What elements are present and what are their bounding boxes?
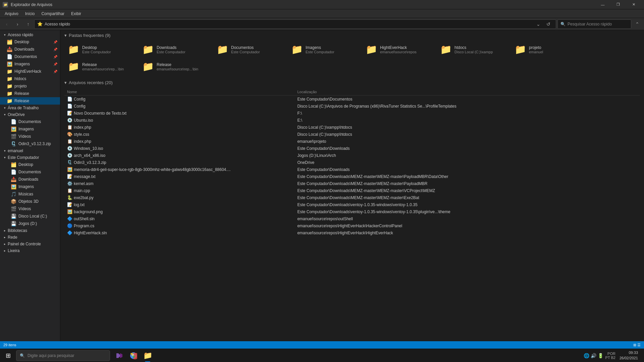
tray-volume-icon[interactable]: 🔊	[591, 353, 596, 358]
sidebar-header-emanuel[interactable]: ▾ emanuel	[0, 147, 60, 154]
sidebar-item-ec-imagens[interactable]: 🖼️ Imagens	[0, 183, 60, 190]
table-row[interactable]: 🖼️memoria-ddr4-geil-super-luce-rgb-8gb-3…	[64, 166, 640, 173]
sidebar-item-ec-videos[interactable]: 🎬 Vídeos	[0, 205, 60, 213]
table-row[interactable]: 💿arch_x64_x86.isoJogos (D:)\Linux\Arch	[64, 152, 640, 159]
address-bar[interactable]: ⭐ Acesso rápido ⌄ ↺	[34, 19, 556, 29]
folder-path: emanuel\source\rep...\bin	[157, 67, 209, 71]
menu-exibir[interactable]: Exibir	[68, 10, 85, 17]
table-row[interactable]: 🔷HightEverHack.slnemanuel\source\repos\H…	[64, 229, 640, 236]
table-row[interactable]: ⚙️kernel.asmEste Computador\Downloads\ME…	[64, 180, 640, 187]
table-row[interactable]: 🖼️background.pngEste Computador\Download…	[64, 208, 640, 215]
folder-icon: 📁	[515, 44, 526, 55]
folder-tile-release2[interactable]: 📁 Release emanuel\source\rep...\bin	[139, 58, 213, 75]
search-icon: 🔍	[20, 353, 25, 358]
taskbar-app-chrome[interactable]	[127, 349, 140, 362]
menu-inicio[interactable]: Início	[22, 10, 38, 17]
table-row[interactable]: 🗜️Odin3_v3.12.3.zipOneDrive	[64, 159, 640, 166]
sidebar-item-release1[interactable]: 📁 Release	[0, 90, 60, 97]
table-row[interactable]: 📋index.phpDisco Local (C:)\xampp\htdocs	[64, 124, 640, 131]
sidebar-header-area-trabalho[interactable]: ▾ Área de Trabalho	[0, 105, 60, 111]
forward-button[interactable]: ›	[13, 19, 22, 29]
table-row[interactable]: 📋main.cppEste Computador\Downloads\MEMZ-…	[64, 187, 640, 194]
table-row[interactable]: 🎨style.cssDisco Local (C:)\xampp\htdocs	[64, 131, 640, 138]
table-row[interactable]: 💿Windows_10.isoEste Computador\Downloads	[64, 145, 640, 152]
sidebar-header-acesso-rapido[interactable]: ▾ Acesso rápido	[0, 32, 60, 38]
sidebar-item-ec-disco-c[interactable]: 💾 Disco Local (C:)	[0, 213, 60, 220]
folder-tile-imagens[interactable]: 📁 Imagens Este Computador	[288, 41, 362, 58]
taskbar-app-explorer[interactable]: 📁	[141, 349, 154, 362]
sidebar-header-bibliotecas[interactable]: ▸ Bibliotecas	[0, 227, 60, 234]
table-row[interactable]: 📝Novo Documento de Texto.txtF:\	[64, 110, 640, 117]
sidebar-item-od-documentos[interactable]: 📄 Documentos	[0, 118, 60, 125]
file-path-cell: Jogos (D:)\Linux\Arch	[294, 152, 640, 159]
sidebar-item-release2[interactable]: 📁 Release	[0, 97, 60, 105]
sidebar-item-projeto[interactable]: 📁 projeto	[0, 82, 60, 90]
desktop-icon: 🗂️	[11, 162, 16, 167]
table-row[interactable]: 📄ConfigEste Computador\Documentos	[64, 96, 640, 103]
table-row[interactable]: 📝message.txtEste Computador\Downloads\ME…	[64, 173, 640, 180]
folder-tile-highteverhack[interactable]: 📁 HightEverHack emanuel\source\repos	[362, 41, 436, 58]
folder-tile-desktop[interactable]: 📁 Desktop Este Computador	[64, 41, 138, 58]
folder-tile-documentos[interactable]: 📁 Documentos Este Computador	[213, 41, 287, 58]
sidebar-item-desktop[interactable]: 🗂️ Desktop 📌	[0, 38, 60, 46]
start-button[interactable]: ⊞	[1, 349, 15, 362]
folder-path: emanuel	[529, 50, 582, 54]
back-button[interactable]: ‹	[2, 19, 11, 29]
sidebar-item-od-imagens[interactable]: 🖼️ Imagens	[0, 125, 60, 133]
table-row[interactable]: 🔷outShell.slnemanuel\source\repos\outShe…	[64, 215, 640, 222]
table-row[interactable]: 🔵Program.csemanuel\source\repos\HightEve…	[64, 222, 640, 229]
file-name-cell: ⚙️kernel.asm	[64, 180, 294, 187]
sidebar-header-painel-controle[interactable]: ▸ Painel de Controle	[0, 241, 60, 247]
sidebar-item-htdocs[interactable]: 📁 htdocs	[0, 75, 60, 82]
sidebar-item-highteverhack[interactable]: 📁 HightEverHack 📌	[0, 68, 60, 75]
table-row[interactable]: 💿Ubuntu.isoE:\	[64, 117, 640, 124]
sidebar-item-ec-musicas[interactable]: 🎵 Músicas	[0, 190, 60, 198]
table-row[interactable]: 📋index.phpemanuel\projeto	[64, 138, 640, 145]
sidebar-header-lixeira[interactable]: ▸ Lixeira	[0, 247, 60, 254]
sidebar-header-onedrive[interactable]: ▾ OneDrive	[0, 111, 60, 118]
sidebar-item-imagens[interactable]: 🖼️ Imagens 📌	[0, 60, 60, 68]
sidebar-item-ec-desktop[interactable]: 🗂️ Desktop	[0, 161, 60, 168]
sidebar-item-downloads[interactable]: 📥 Downloads 📌	[0, 46, 60, 53]
view-icons[interactable]: ⊞ ☰	[633, 343, 641, 347]
sidebar-item-ec-objetos3d[interactable]: 📦 Objetos 3D	[0, 198, 60, 205]
tray-network-icon[interactable]: 🌐	[584, 353, 589, 358]
dropdown-button[interactable]: ⌄	[534, 19, 543, 29]
file-name: style.css	[74, 132, 89, 137]
sidebar-item-od-odin[interactable]: 🗜️ Odin3_v3.12.3.zip	[0, 140, 60, 147]
up-button[interactable]: ↑	[23, 19, 33, 29]
pin-icon: 📌	[53, 62, 57, 66]
search-bar[interactable]: 🔍 Pesquisar Acesso rápido	[557, 19, 631, 29]
recent-files-header[interactable]: ▾ Arquivos recentes (20)	[64, 80, 640, 85]
sidebar-item-ec-jogos-d[interactable]: 💾 Jogos (D:)	[0, 220, 60, 227]
refresh-button[interactable]: ↺	[544, 19, 553, 29]
taskbar-search[interactable]: 🔍 Digite aqui para pesquisar	[16, 350, 110, 361]
sidebar-header-rede[interactable]: ▸ Rede	[0, 234, 60, 241]
folder-tile-projeto[interactable]: 📁 projeto emanuel	[511, 41, 585, 58]
tray-battery-icon[interactable]: 🔋	[598, 353, 603, 358]
folder-name: Documentos	[231, 45, 284, 50]
sidebar-item-ec-downloads[interactable]: 📥 Downloads	[0, 176, 60, 183]
minimize-button[interactable]: —	[595, 0, 610, 9]
expand-button[interactable]: ⌃	[633, 19, 642, 29]
table-row[interactable]: 📝log.txtEste Computador\Downloads\ventoy…	[64, 201, 640, 208]
taskbar-app-vs[interactable]	[113, 349, 126, 362]
close-button[interactable]: ✕	[626, 0, 641, 9]
sidebar-item-ec-documentos[interactable]: 📄 Documentos	[0, 168, 60, 176]
sidebar-item-od-videos[interactable]: 🎬 Vídeos	[0, 133, 60, 140]
sidebar-header-este-computador[interactable]: ▾ Este Computador	[0, 154, 60, 161]
table-row[interactable]: 🐍exe2bat.pyEste Computador\Downloads\MEM…	[64, 194, 640, 201]
frequent-folders-header[interactable]: ▾ Pastas frequentes (9)	[64, 33, 640, 38]
folder-tile-htdocs[interactable]: 📁 htdocs Disco Local (C:)\xampp	[437, 41, 511, 58]
maximize-button[interactable]: ❐	[610, 0, 626, 9]
folder-tile-release1[interactable]: 📁 Release emanuel\source\rep...\bin	[64, 58, 138, 75]
sidebar-item-documentos[interactable]: 📄 Documentos 📌	[0, 53, 60, 60]
taskbar-clock[interactable]: 09:33 26/02/2021	[618, 350, 640, 361]
menu-compartilhar[interactable]: Compartilhar	[38, 10, 68, 17]
menu-arquivo[interactable]: Arquivo	[1, 10, 22, 17]
folder-tile-downloads[interactable]: 📁 Downloads Este Computador	[139, 41, 213, 58]
file-icon: 📋	[67, 139, 72, 144]
folder-path: Este Computador	[157, 50, 209, 54]
downloads-icon: 📥	[7, 47, 12, 52]
table-row[interactable]: 📄ConfigDisco Local (C:)\Arquivos de Prog…	[64, 103, 640, 110]
